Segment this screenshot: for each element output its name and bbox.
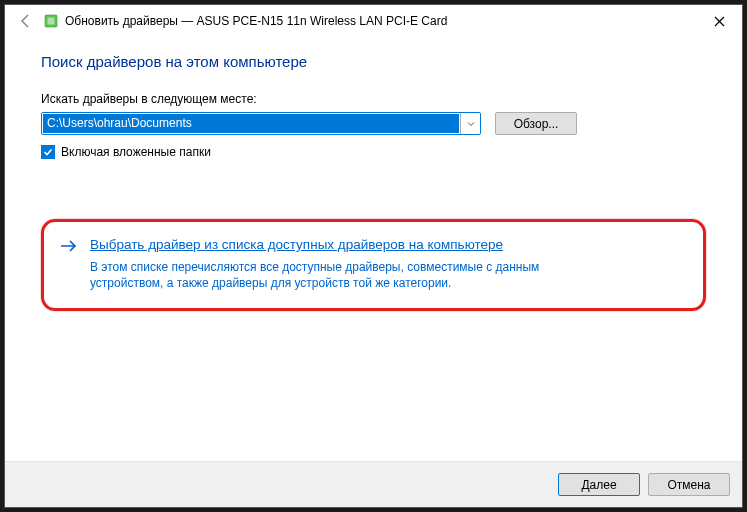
cancel-button[interactable]: Отмена [648,473,730,496]
arrow-right-icon [58,236,80,292]
option-title: Выбрать драйвер из списка доступных драй… [90,236,530,254]
option-description: В этом списке перечисляются все доступны… [90,259,610,291]
page-heading: Поиск драйверов на этом компьютере [41,53,706,70]
checkmark-icon [43,147,53,157]
include-subfolders-checkbox[interactable] [41,145,55,159]
window-title: Обновить драйверы — ASUS PCE-N15 11n Wir… [65,14,447,28]
next-button[interactable]: Далее [558,473,640,496]
include-subfolders-row[interactable]: Включая вложенные папки [41,145,706,159]
dialog-footer: Далее Отмена [5,461,742,507]
device-icon [43,13,59,29]
option-text: Выбрать драйвер из списка доступных драй… [90,236,685,292]
close-icon [714,16,725,27]
pick-from-list-option[interactable]: Выбрать драйвер из списка доступных драй… [41,219,706,311]
path-input[interactable]: C:\Users\ohrau\Documents [43,114,459,133]
content-area: Поиск драйверов на этом компьютере Искат… [5,37,742,461]
driver-update-dialog: Обновить драйверы — ASUS PCE-N15 11n Wir… [4,4,743,508]
chevron-down-icon [467,120,475,128]
include-subfolders-label: Включая вложенные папки [61,145,211,159]
path-label: Искать драйверы в следующем месте: [41,92,706,106]
path-row: C:\Users\ohrau\Documents Обзор... [41,112,706,135]
browse-button[interactable]: Обзор... [495,112,577,135]
titlebar: Обновить драйверы — ASUS PCE-N15 11n Wir… [5,5,742,37]
path-combobox[interactable]: C:\Users\ohrau\Documents [41,112,481,135]
close-button[interactable] [696,5,742,37]
back-arrow-icon [17,13,33,29]
back-button[interactable] [13,9,37,33]
combobox-dropdown-button[interactable] [460,113,480,134]
svg-rect-1 [48,18,55,25]
